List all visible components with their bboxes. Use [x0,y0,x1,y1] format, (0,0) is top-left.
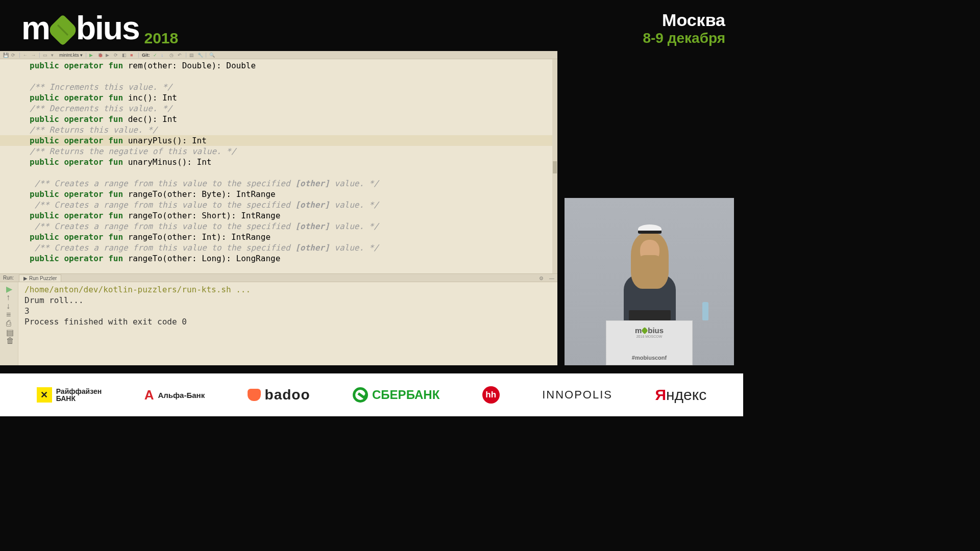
vcs-label: Git: [142,53,150,58]
sponsors-bar: ✕ РайффайзенБАНК А Альфа-Банк badoo СБЕР… [0,373,743,416]
attach-icon[interactable]: ◧ [122,53,127,58]
logo-year: 2018 [144,30,178,47]
ide-window: 💾 ⟳ ← → ▭ ▾ minInt.kts ▾ ▶ 🐞 ▶ ⟳ ◧ ■ Git… [0,51,557,365]
editor-scrollbar[interactable] [552,59,557,273]
sponsor-alfabank: А Альфа-Банк [144,387,205,403]
debug-icon[interactable]: 🐞 [97,53,103,58]
revert-icon[interactable]: ↶ [178,53,183,58]
settings-icon[interactable]: ⚙ [539,276,544,281]
code-comment: /** Creates a range from this value to t… [30,178,557,189]
code-comment: /** Decrements this value. */ [30,103,557,114]
event-city: Москва [643,10,725,30]
separator [19,53,20,58]
code-comment: /** Creates a range from this value to t… [30,199,557,210]
save-icon[interactable]: 💾 [3,53,8,58]
history-icon[interactable]: ◷ [169,53,175,58]
print-icon[interactable]: ⎙ [6,319,12,324]
speaker-figure [619,218,680,320]
console-output: 3 [24,306,551,316]
conference-header: m bius 2018 Москва 8-9 декабря [0,0,743,51]
coverage-icon[interactable]: ▶ [106,53,111,58]
minimize-icon[interactable]: — [549,276,554,281]
search-icon[interactable]: 🔍 [209,53,214,58]
run-tab[interactable]: ▶ Run Puzzler [19,274,61,282]
logo-suffix: bius [76,9,139,47]
raiffeisen-icon: ✕ [37,387,52,403]
update-icon[interactable]: ↓ [161,53,166,58]
code-comment: /** Increments this value. */ [30,82,557,92]
commit-icon[interactable]: ✓ [153,53,158,58]
event-date: 8-9 декабря [643,30,725,46]
file-dropdown[interactable]: minInt.kts ▾ [59,53,83,58]
separator [86,53,86,58]
back-icon[interactable]: ← [23,53,28,58]
sponsor-badoo: badoo [248,387,310,403]
code-line: public operator fun rangeTo(other: Short… [30,210,557,221]
podium-logo: mbius 2018 MOSCOW [606,326,692,338]
speaker-camera: mbius 2018 MOSCOW #mobiusconf [565,198,734,365]
code-comment: /** Creates a range from this value to t… [30,242,557,253]
leaf-icon [47,14,79,46]
sponsor-raiffeisen: ✕ РайффайзенБАНК [37,387,102,403]
alfa-icon: А [144,387,154,403]
logo-prefix: m [21,9,50,47]
down-icon[interactable]: ↓ [6,302,12,307]
event-info: Москва 8-9 декабря [643,10,725,46]
sponsor-sberbank: СБЕРБАНК [353,387,439,403]
ide-toolbar[interactable]: 💾 ⟳ ← → ▭ ▾ minInt.kts ▾ ▶ 🐞 ▶ ⟳ ◧ ■ Git… [0,51,557,59]
podium: mbius 2018 MOSCOW #mobiusconf [606,320,693,365]
separator [206,53,206,58]
bottle-icon [702,302,708,320]
run-label: Run: [3,275,14,281]
hh-icon: hh [482,386,500,404]
podium-subline: 2018 MOSCOW [606,335,692,338]
wrap-icon[interactable]: ≡ [6,310,12,316]
code-line-highlighted: public operator fun unaryPlus(): Int [0,135,557,146]
structure-icon[interactable]: ▤ [189,53,194,58]
code-line: public operator fun rangeTo(other: Long)… [30,253,557,264]
run-console[interactable]: /home/anton/dev/kotlin-puzzlers/run-kts.… [18,282,557,365]
code-editor[interactable]: public operator fun rem(other: Double): … [0,59,557,273]
profile-icon[interactable]: ⟳ [114,53,119,58]
code-line: public operator fun rangeTo(other: Byte)… [30,189,557,199]
scrollbar-thumb[interactable] [553,161,557,173]
separator [138,53,139,58]
code-line [30,71,557,82]
stop-icon[interactable]: ■ [130,53,135,58]
separator [39,53,40,58]
badoo-heart-icon [248,389,261,401]
build-icon[interactable]: ▭ [43,53,48,58]
code-comment: /** Returns this value. */ [30,124,557,135]
console-exit: Process finished with exit code 0 [24,316,551,327]
console-output: Drum roll... [24,295,551,306]
run-icon[interactable]: ▶ [89,53,94,58]
code-comment: /** Returns the negative of this value. … [30,146,557,157]
code-line: public operator fun rem(other: Double): … [30,60,557,71]
sberbank-icon [353,387,368,403]
captain-hat-icon [638,224,662,234]
podium-hashtag: #mobiusconf [606,355,692,361]
rerun-icon[interactable]: ▶ [6,284,12,290]
code-line: public operator fun dec(): Int [30,114,557,124]
stop-icon[interactable]: ↑ [6,293,12,298]
hammer-icon[interactable]: ▾ [51,53,56,58]
conference-logo: m bius 2018 [21,9,178,47]
tools-icon[interactable]: 🔧 [198,53,203,58]
laptop-icon [629,310,671,320]
code-comment: /** Creates a range from this value to t… [30,221,557,232]
code-line: public operator fun rangeTo(other: Int):… [30,232,557,242]
code-line [30,167,557,178]
refresh-icon[interactable]: ⟳ [11,53,16,58]
run-gutter: ▶ ↑ ↓ ≡ ⎙ ▤ 🗑 [0,282,18,365]
code-line: public operator fun unaryMinus(): Int [30,157,557,167]
code-line: public operator fun inc(): Int [30,92,557,103]
run-panel-header: Run: ▶ Run Puzzler ⚙ — [0,274,557,282]
trash-icon[interactable]: 🗑 [6,336,12,342]
forward-icon[interactable]: → [31,53,36,58]
scroll-icon[interactable]: ▤ [6,328,12,333]
sponsor-innopolis: innopolis [542,388,612,402]
current-file: minInt.kts [59,53,79,58]
sponsor-hh: hh [482,386,500,404]
separator [186,53,186,58]
run-panel: Run: ▶ Run Puzzler ⚙ — ▶ ↑ ↓ ≡ ⎙ ▤ 🗑 /ho… [0,273,557,365]
